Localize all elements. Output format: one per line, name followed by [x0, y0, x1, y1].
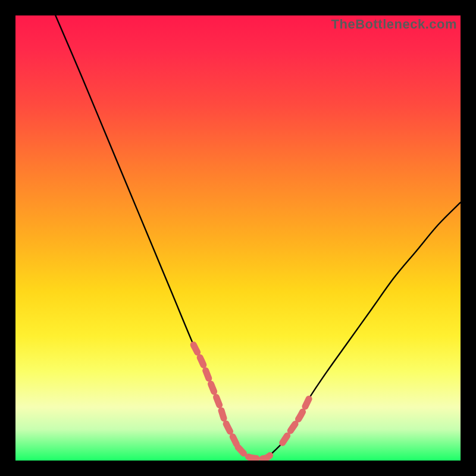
- highlight-left: [193, 345, 238, 447]
- plot-area: TheBottleneck.com: [15, 15, 461, 461]
- bottleneck-curve: [15, 15, 461, 461]
- chart-frame: TheBottleneck.com: [0, 0, 476, 476]
- highlight-bottom: [238, 447, 274, 459]
- curve-path: [55, 15, 461, 459]
- highlight-right: [283, 398, 309, 443]
